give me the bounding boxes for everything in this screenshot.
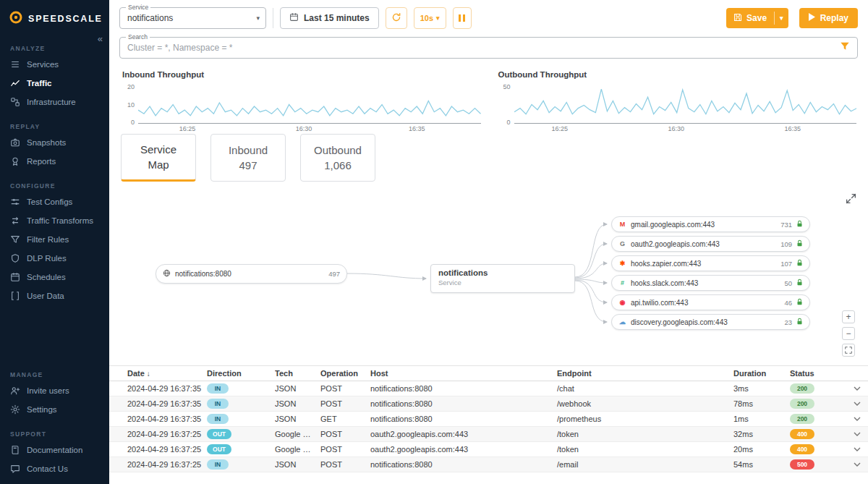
x-tick: 16:25 — [179, 125, 196, 132]
pause-button[interactable] — [453, 7, 472, 29]
sidebar-item-test-configs[interactable]: Test Configs — [0, 192, 109, 211]
row-expand-chevron-icon[interactable] — [854, 402, 861, 406]
search-field-label: Search — [126, 33, 150, 41]
sidebar-item-reports[interactable]: Reports — [0, 152, 109, 171]
slack-icon: # — [618, 280, 626, 286]
sidebar-item-services[interactable]: Services — [0, 55, 109, 74]
y-tick: 0 — [495, 119, 511, 126]
column-header-host[interactable]: Host — [370, 369, 557, 378]
add-user-icon — [10, 386, 20, 396]
column-header-duration[interactable]: Duration — [733, 369, 790, 378]
cell-duration: 3ms — [733, 384, 790, 393]
tab-service-map[interactable]: Service Map — [121, 134, 196, 182]
speedscale-logo-icon — [9, 10, 23, 27]
save-dropdown-button[interactable]: ▾ — [775, 14, 788, 22]
sidebar-item-label: Traffic — [27, 79, 52, 88]
refresh-interval-select[interactable]: 10s ▾ — [414, 7, 446, 29]
sidebar-spacer — [0, 305, 109, 360]
map-node-discovery[interactable]: ☁ discovery.googleapis.com:443 23 — [611, 314, 810, 330]
sidebar-item-label: Schedules — [27, 273, 66, 281]
map-expand-icon[interactable] — [846, 193, 856, 207]
gear-icon — [10, 404, 20, 415]
row-expand-chevron-icon[interactable] — [854, 447, 861, 451]
service-select[interactable]: Service notifications ▾ — [119, 7, 266, 29]
sidebar-item-documentation[interactable]: Documentation — [0, 441, 109, 459]
time-range-button[interactable]: Last 15 minutes — [280, 7, 379, 29]
map-node-oauth2[interactable]: G oauth2.googleapis.com:443 109 — [611, 236, 810, 252]
column-header-date[interactable]: Date↓ — [127, 369, 207, 378]
filter-funnel-icon[interactable] — [840, 41, 850, 54]
cell-duration: 20ms — [733, 445, 790, 454]
inbound-chart-plot: 20 10 0 16:25 16:30 16:35 — [138, 86, 481, 124]
table-row[interactable]: 2024-04-29 16:37:35 IN JSON GET notifica… — [109, 412, 868, 427]
sidebar-item-label: Traffic Transforms — [27, 216, 93, 225]
direction-badge: IN — [207, 459, 275, 470]
map-node-label: hooks.zapier.com:443 — [631, 260, 776, 268]
tab-label: Map — [148, 157, 169, 172]
sliders-icon — [10, 197, 20, 207]
sidebar-item-user-data[interactable]: User Data — [0, 286, 109, 305]
cell-endpoint: /prometheus — [557, 415, 733, 423]
toolbar: Service notifications ▾ Last 15 minutes … — [109, 0, 868, 29]
sidebar-item-infrastructure[interactable]: Infrastructure — [0, 93, 109, 111]
cell-date: 2024-04-29 16:37:35 — [127, 415, 207, 423]
transactions-table: Date↓ Direction Tech Operation Host Endp… — [109, 365, 868, 472]
tab-outbound[interactable]: Outbound 1,066 — [300, 134, 375, 182]
zoom-out-button[interactable]: − — [842, 327, 855, 340]
column-header-tech[interactable]: Tech — [275, 369, 320, 378]
cell-host: notifications:8080 — [370, 460, 557, 469]
map-node-slack[interactable]: # hooks.slack.com:443 50 — [611, 275, 810, 291]
y-tick: 50 — [495, 83, 511, 90]
column-header-endpoint[interactable]: Endpoint — [557, 369, 733, 378]
sidebar-item-traffic-transforms[interactable]: Traffic Transforms — [0, 211, 109, 230]
zoom-fit-button[interactable] — [842, 344, 855, 357]
table-row[interactable]: 2024-04-29 16:37:35 IN JSON POST notific… — [109, 396, 868, 412]
sidebar-collapse-icon[interactable]: « — [98, 33, 103, 44]
refresh-button[interactable] — [386, 7, 407, 29]
sidebar-item-label: Settings — [27, 405, 57, 414]
map-node-twilio[interactable]: ◉ api.twilio.com:443 46 — [611, 294, 810, 310]
sidebar-item-dlp-rules[interactable]: DLP Rules — [0, 249, 109, 268]
table-row[interactable]: 2024-04-29 16:37:25 IN JSON POST notific… — [109, 457, 868, 472]
table-row[interactable]: 2024-04-29 16:37:25 OUT Google O… POST o… — [109, 442, 868, 457]
status-badge: 200 — [790, 383, 843, 394]
map-node-gmail[interactable]: M gmail.googleapis.com:443 731 — [611, 216, 810, 232]
cell-endpoint: /webhook — [557, 399, 733, 408]
cell-operation: POST — [320, 384, 370, 393]
sidebar-item-contact-us[interactable]: Contact Us — [0, 459, 109, 484]
tab-inbound[interactable]: Inbound 497 — [210, 134, 286, 182]
chevron-down-icon: ▾ — [256, 14, 260, 22]
row-expand-chevron-icon[interactable] — [854, 462, 861, 467]
sidebar-item-label: Invite users — [27, 386, 69, 395]
zoom-in-button[interactable]: + — [842, 310, 855, 323]
map-node-label: gmail.googleapis.com:443 — [631, 221, 776, 229]
save-split-button: Save ▾ — [726, 8, 788, 28]
row-expand-chevron-icon[interactable] — [854, 386, 861, 391]
column-header-operation[interactable]: Operation — [320, 369, 370, 378]
table-row[interactable]: 2024-04-29 16:37:25 OUT Google O… POST o… — [109, 427, 868, 442]
sidebar-item-snapshots[interactable]: Snapshots — [0, 133, 109, 152]
x-tick: 16:35 — [785, 125, 801, 132]
sidebar-item-invite-users[interactable]: Invite users — [0, 381, 109, 400]
map-node-zapier[interactable]: ✱ hooks.zapier.com:443 107 — [611, 255, 810, 271]
sidebar-item-filter-rules[interactable]: Filter Rules — [0, 230, 109, 249]
map-node-source[interactable]: notifications:8080 497 — [156, 264, 347, 284]
traffic-icon — [10, 78, 20, 88]
lock-icon — [796, 220, 803, 229]
map-node-service[interactable]: notifications Service — [430, 264, 575, 293]
sidebar-item-traffic[interactable]: Traffic — [0, 74, 109, 93]
globe-icon — [163, 269, 171, 279]
table-row[interactable]: 2024-04-29 16:37:35 IN JSON POST notific… — [109, 381, 868, 396]
sidebar-item-schedules[interactable]: Schedules — [0, 268, 109, 286]
sidebar-item-settings[interactable]: Settings — [0, 400, 109, 419]
search-input[interactable] — [127, 43, 840, 53]
column-header-status[interactable]: Status — [790, 369, 843, 378]
replay-button[interactable]: Replay — [799, 8, 858, 28]
status-badge: 200 — [790, 399, 843, 409]
cell-date: 2024-04-29 16:37:35 — [127, 399, 207, 408]
column-header-direction[interactable]: Direction — [207, 369, 275, 378]
cell-operation: GET — [320, 415, 370, 423]
row-expand-chevron-icon[interactable] — [854, 432, 861, 436]
save-button[interactable]: Save — [726, 13, 774, 24]
row-expand-chevron-icon[interactable] — [854, 417, 861, 421]
